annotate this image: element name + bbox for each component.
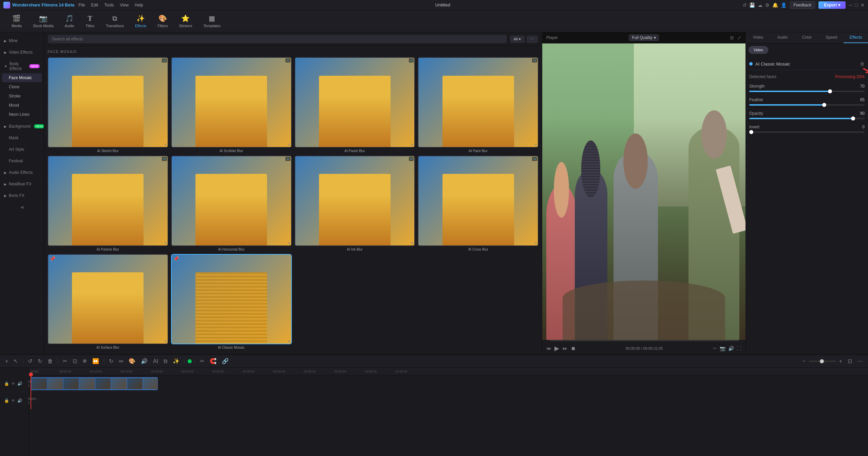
invert-slider[interactable] xyxy=(749,131,865,133)
left-item-mood[interactable]: Mood xyxy=(2,101,42,110)
section-header-mask[interactable]: Mask xyxy=(0,133,44,142)
tab-effects[interactable]: Effects xyxy=(844,32,868,43)
section-header-audio-effects[interactable]: ▶ Audio Effects xyxy=(0,168,44,177)
strength-slider-thumb[interactable] xyxy=(828,89,832,93)
tl-link-button[interactable]: 🔗 xyxy=(220,357,230,365)
tl-speed-button[interactable]: ⏩ xyxy=(91,357,101,365)
effects-search-input[interactable] xyxy=(48,35,507,43)
audio-track-lock-icon[interactable]: 🔒 xyxy=(3,398,10,404)
section-header-newblue[interactable]: ▶ NewBlue FX xyxy=(0,180,44,188)
left-item-neon-lines[interactable]: Neon Lines xyxy=(2,110,42,119)
effect-ai-scribble-blur[interactable]: AI ⊕ AI Scribble Blur xyxy=(171,57,292,153)
tab-audio[interactable]: Audio xyxy=(770,32,795,43)
notification-icon[interactable]: 🔔 xyxy=(772,2,778,8)
minimize-icon[interactable]: ─ xyxy=(849,2,852,8)
close-icon[interactable]: ✕ xyxy=(861,2,865,8)
invert-slider-thumb[interactable] xyxy=(749,130,753,134)
tl-add-media-button[interactable]: + xyxy=(3,357,10,365)
left-item-stroke[interactable]: Stroke xyxy=(2,92,42,101)
cloud-icon[interactable]: ☁ xyxy=(758,2,762,8)
fullscreen-icon[interactable]: ⛶ xyxy=(737,346,741,351)
tl-rotate-button[interactable]: ↻ xyxy=(107,357,115,365)
tl-snip-button[interactable]: ✂ xyxy=(198,357,206,365)
tl-zoom-slider[interactable] xyxy=(809,361,836,362)
filter-options-button[interactable]: ⋯ xyxy=(527,36,538,43)
menu-help[interactable]: Help xyxy=(135,3,143,7)
tl-ai-button[interactable]: AI xyxy=(151,357,160,365)
sub-tab-video[interactable]: Video xyxy=(749,46,768,54)
effect-ai-ink-blur[interactable]: AI ⊕ AI Ink Blur xyxy=(295,156,415,251)
preview-grid-icon[interactable]: ⊞ xyxy=(730,35,734,40)
timeline-right[interactable]: 00:00 00:05:00 00:10:00 00:15:00 00:20:0… xyxy=(29,368,868,456)
playhead[interactable] xyxy=(31,375,31,409)
toolbar-stock-media[interactable]: 📷 Stock Media xyxy=(28,12,58,31)
tab-video[interactable]: Video xyxy=(746,32,770,43)
tl-zoom-in[interactable]: + xyxy=(837,357,844,365)
strength-slider[interactable] xyxy=(749,91,865,92)
section-header-background[interactable]: ▶ Background NEW xyxy=(0,122,44,131)
tl-undo-button[interactable]: ↺ xyxy=(26,357,34,365)
maximize-icon[interactable]: □ xyxy=(855,2,858,8)
effect-ai-horizontal-blur[interactable]: AI ⊕ AI Horizontal Blur xyxy=(171,156,292,251)
menu-tools[interactable]: Tools xyxy=(104,3,114,7)
quality-selector[interactable]: Full Quality ▾ xyxy=(629,34,659,41)
toolbar-titles[interactable]: T Titles xyxy=(81,12,99,31)
prev-frame-icon[interactable]: ⏮ xyxy=(546,346,551,351)
filter-all-button[interactable]: All ▾ xyxy=(510,36,525,43)
tab-color[interactable]: Color xyxy=(795,32,819,43)
toolbar-stickers[interactable]: ⭐ Stickers xyxy=(174,12,197,31)
audio-track-mute-icon[interactable]: 🔊 xyxy=(17,398,23,404)
left-item-face-mosaic[interactable]: Face Mosaic xyxy=(2,73,42,82)
feather-slider-thumb[interactable] xyxy=(822,103,826,107)
video-track-lock-icon[interactable]: 🔒 xyxy=(3,381,10,387)
tl-more-button[interactable]: ⋯ xyxy=(856,357,865,365)
tl-fit-button[interactable]: ⊡ xyxy=(846,357,854,365)
video-track-eye-icon[interactable]: 👁 xyxy=(11,381,16,387)
tl-select-tool[interactable]: ↖ xyxy=(12,357,20,365)
menu-edit[interactable]: Edit xyxy=(91,3,98,7)
menu-view[interactable]: View xyxy=(120,3,129,7)
tab-speed[interactable]: Speed xyxy=(819,32,844,43)
effect-ai-paint-blur[interactable]: AI ⊕ AI Paint Blur xyxy=(418,57,539,153)
tl-zoom-thumb[interactable] xyxy=(820,359,824,363)
effect-ai-classic-mosaic[interactable]: 📌 ⊕ AI Classic Mosaic xyxy=(171,254,292,350)
toolbar-media[interactable]: 🎬 Media xyxy=(7,12,26,31)
play-button[interactable]: ▶ xyxy=(554,345,559,352)
collapse-panel-btn[interactable]: ◀ xyxy=(0,201,44,213)
feedback-button[interactable]: Feedback xyxy=(790,1,815,9)
tl-redo-button[interactable]: ↻ xyxy=(36,357,44,365)
audio-track-eye-icon[interactable]: 👁 xyxy=(11,398,16,404)
video-clip[interactable] xyxy=(31,377,158,390)
section-header-boris[interactable]: ▶ Boris FX xyxy=(0,191,44,200)
section-header-festival[interactable]: Festival xyxy=(0,157,44,165)
effect-ai-particle-blur[interactable]: AI ⊕ AI Particle Blur xyxy=(48,156,168,251)
toolbar-transitions[interactable]: ⧉ Transitions xyxy=(101,12,129,31)
snapshot-icon[interactable]: 📷 xyxy=(720,346,725,351)
preview-expand-icon[interactable]: ⤢ xyxy=(737,35,741,40)
export-button[interactable]: Export ▾ xyxy=(818,1,845,9)
toolbar-templates[interactable]: ▦ Templates xyxy=(199,12,225,31)
opacity-slider[interactable] xyxy=(749,118,865,119)
tl-audio-button[interactable]: 🔊 xyxy=(139,357,149,365)
stop-icon[interactable]: ⏹ xyxy=(571,346,575,351)
menu-file[interactable]: File xyxy=(78,3,85,7)
tl-effect-button[interactable]: ✨ xyxy=(171,357,181,365)
settings-icon[interactable]: ⚙ xyxy=(765,2,770,8)
tl-transition-button[interactable]: ⧉ xyxy=(162,357,169,365)
section-header-video-effects[interactable]: ▶ Video Effects xyxy=(0,48,44,57)
section-header-art-style[interactable]: Art Style xyxy=(0,145,44,154)
volume-icon[interactable]: 🔊 xyxy=(728,346,734,351)
section-header-mine[interactable]: ▶ Mine xyxy=(0,36,44,45)
feather-slider[interactable] xyxy=(749,104,865,106)
delete-effect-button[interactable]: 🗑 xyxy=(860,61,865,67)
section-header-body-effects[interactable]: ▼ Body Effects NEW xyxy=(0,59,44,73)
avatar[interactable]: 👤 xyxy=(781,2,787,8)
save-icon[interactable]: 💾 xyxy=(749,2,755,8)
effect-ai-cross-blur[interactable]: AI ⊕ AI Cross Blur xyxy=(418,156,539,251)
tl-color-button[interactable]: 🎨 xyxy=(127,357,137,365)
preview-progress-bar[interactable] xyxy=(549,340,739,341)
tl-magnet-button[interactable]: 🧲 xyxy=(208,357,218,365)
tl-zoom-out[interactable]: − xyxy=(801,357,807,365)
tl-flip-button[interactable]: ⇔ xyxy=(117,357,125,365)
tl-freeze-button[interactable]: ❄ xyxy=(81,357,89,365)
